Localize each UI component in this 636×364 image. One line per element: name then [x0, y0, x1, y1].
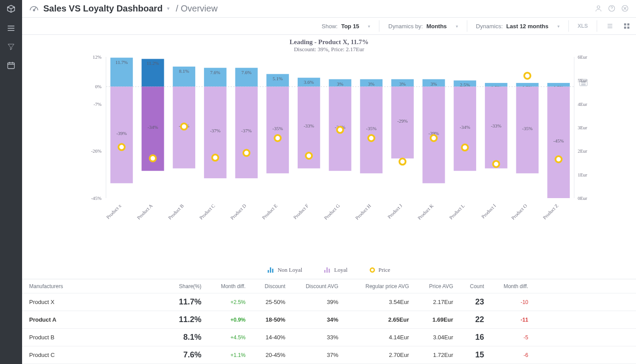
svg-text:3Eur: 3Eur [578, 125, 587, 130]
table-row[interactable]: Product A11.2%+0.9%18-50%34%2.65Eur1.69E… [22, 311, 636, 329]
hamburger-icon[interactable] [6, 23, 16, 34]
list-view-icon[interactable] [606, 22, 614, 30]
svg-text:3.6%: 3.6% [304, 80, 314, 85]
cell-discount_avg: 34% [285, 316, 338, 323]
chart-svg: 12%0%-7%-26%-45%6Eur5Eur4Eur3Eur2Eur1Eur… [22, 35, 636, 264]
legend-non-loyal[interactable]: Non Loyal [268, 266, 302, 274]
table-header-row: Manufacturers Share(%) Month diff. Disco… [22, 279, 636, 293]
divider [379, 20, 379, 32]
col-header[interactable]: Discount AVG [285, 283, 338, 289]
price-marker[interactable] [337, 127, 343, 133]
svg-text:-35%: -35% [273, 126, 283, 131]
price-marker[interactable] [368, 135, 375, 141]
svg-text:2Eur: 2Eur [578, 149, 587, 154]
legend-label: Price [379, 266, 390, 274]
col-header[interactable]: Month diff. [201, 283, 246, 289]
price-marker[interactable] [431, 135, 437, 141]
bar-icon [268, 267, 274, 273]
bar-icon [324, 267, 330, 273]
price-marker[interactable] [118, 144, 125, 150]
chevron-down-icon[interactable]: ▾ [167, 5, 170, 11]
col-header[interactable]: Regular price AVG [338, 283, 409, 289]
price-marker[interactable] [462, 145, 468, 151]
show-select[interactable]: Show: Top 15 ▾ [322, 23, 370, 30]
user-icon[interactable] [594, 4, 603, 13]
show-value: Top 15 [341, 23, 359, 30]
col-header[interactable]: Share(%) [157, 283, 201, 289]
data-table: Manufacturers Share(%) Month diff. Disco… [22, 279, 636, 364]
logo-icon[interactable] [6, 4, 16, 15]
svg-text:Product H: Product H [354, 203, 372, 221]
cell-count: 15 [453, 350, 484, 360]
grid-view-icon[interactable] [623, 22, 631, 30]
col-header[interactable]: Manufacturers [29, 283, 157, 289]
cell-share: 8.1% [157, 333, 201, 342]
chevron-down-icon[interactable]: ▾ [363, 24, 370, 29]
main-area: Sales VS Loyalty Dashboard ▾ / Overview … [22, 0, 636, 364]
chevron-down-icon[interactable]: ▾ [450, 24, 458, 29]
export-xls-button[interactable]: XLS [578, 23, 588, 29]
svg-text:4Eur: 4Eur [578, 101, 587, 107]
svg-text:0%: 0% [95, 84, 102, 90]
header-bar: Sales VS Loyalty Dashboard ▾ / Overview [22, 0, 636, 18]
page-title[interactable]: Sales VS Loyalty Dashboard [43, 4, 163, 14]
price-marker[interactable] [275, 135, 281, 141]
calendar-icon[interactable] [6, 60, 16, 71]
col-header[interactable]: Discount [246, 283, 285, 289]
cell-rp: 2.70Eur [338, 352, 409, 358]
svg-text:0Eur: 0Eur [578, 195, 587, 201]
svg-text:-45%: -45% [553, 138, 564, 143]
price-marker[interactable] [556, 156, 562, 162]
svg-text:Product F: Product F [292, 203, 310, 220]
table-row[interactable]: Product X11.7%+2.5%25-50%39%3.54Eur2.17E… [22, 293, 636, 311]
table-row[interactable]: Product C7.6%+1.1%20-45%37%2.70Eur1.72Eu… [22, 346, 636, 364]
col-header[interactable]: Count [453, 283, 484, 289]
svg-text:3%: 3% [431, 81, 437, 86]
svg-text:-33%: -33% [491, 123, 501, 128]
cell-cdiff: -10 [484, 299, 528, 305]
svg-text:Product D: Product D [229, 203, 247, 221]
cell-price: 1.72Eur [409, 352, 453, 358]
dynamics-value: Last 12 months [506, 23, 548, 30]
svg-text:6Eur: 6Eur [578, 54, 587, 60]
cell-cdiff: -11 [484, 317, 528, 323]
svg-text:Product B: Product B [167, 203, 185, 221]
price-marker[interactable] [524, 73, 530, 79]
dynamics-label: Dynamics: [476, 23, 503, 30]
price-marker[interactable] [399, 159, 405, 165]
legend-loyal[interactable]: Loyal [324, 266, 347, 274]
svg-text:-35%: -35% [366, 126, 377, 131]
filter-icon[interactable] [6, 41, 16, 52]
dashboard-icon [28, 3, 40, 14]
dynamics-select[interactable]: Dynamics: Last 12 months ▾ [476, 23, 560, 30]
legend-price[interactable]: Price [370, 266, 390, 274]
price-marker[interactable] [150, 155, 156, 161]
price-marker[interactable] [181, 124, 187, 130]
svg-text:8.1%: 8.1% [179, 68, 189, 74]
svg-text:Product x: Product x [105, 203, 122, 220]
cell-name: Product X [29, 299, 157, 305]
price-marker[interactable] [493, 161, 499, 167]
svg-text:Product I: Product I [481, 203, 497, 219]
dynamics-by-label: Dynamics by: [388, 23, 423, 30]
cell-discount_avg: 33% [285, 334, 338, 341]
col-header[interactable]: Month diff. [484, 283, 528, 289]
help-icon[interactable] [607, 4, 617, 13]
dynamics-by-select[interactable]: Dynamics by: Months ▾ [388, 23, 458, 30]
price-marker[interactable] [306, 153, 312, 159]
cell-mdiff: +1.1% [201, 352, 246, 358]
svg-point-2 [597, 6, 600, 8]
price-marker[interactable] [243, 150, 250, 156]
price-marker[interactable] [212, 155, 218, 161]
col-header[interactable]: Price AVG [409, 283, 453, 289]
legend-label: Non Loyal [277, 266, 302, 274]
svg-text:Product J: Product J [386, 203, 403, 220]
chevron-down-icon[interactable]: ▾ [552, 24, 560, 29]
cell-cdiff: -6 [484, 352, 528, 358]
svg-rect-8 [627, 26, 629, 29]
close-icon[interactable] [620, 4, 630, 13]
table-row[interactable]: Product B8.1%+4.5%14-40%33%4.14Eur3.04Eu… [22, 329, 636, 346]
cell-name: Product C [29, 352, 157, 358]
cell-mdiff: +2.5% [201, 299, 246, 305]
cell-share: 11.2% [157, 315, 201, 324]
